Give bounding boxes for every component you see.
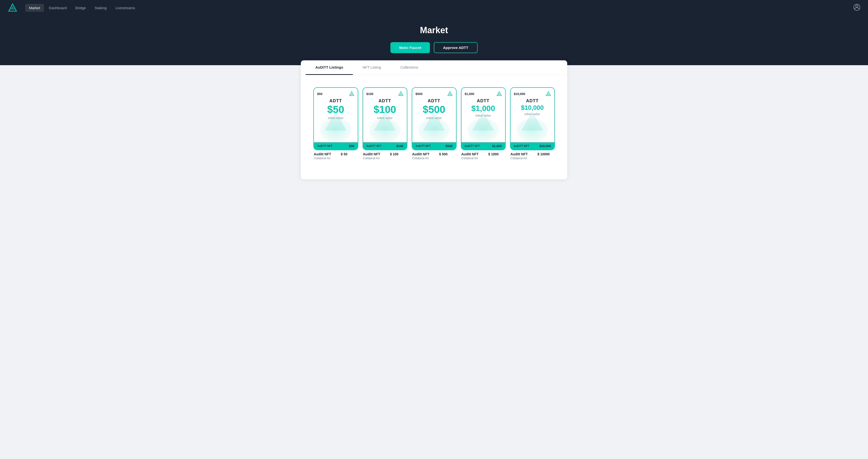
card-logo-icon <box>349 91 354 96</box>
main-content: AuDiTT Listings NFT Listing Collections … <box>301 60 567 179</box>
card-footer-value: $10,000 <box>539 144 551 148</box>
card-footer: AuDiTT NFT $50 <box>314 142 358 150</box>
nav-bridge[interactable]: Bridge <box>71 4 90 12</box>
nft-info: Auditt NFT $ 1000 Collateral Art <box>461 152 499 160</box>
card-footer-label: AuDiTT NFT <box>415 145 431 147</box>
nft-card-wrap[interactable]: $100 ADTT $100 token value AuDiTT <box>363 87 407 160</box>
card-top-row: $10,000 <box>514 91 551 96</box>
hero-section: Market Matic Faucet Approve ADTT <box>0 16 868 65</box>
nft-info-row: Auditt NFT $ 100 <box>363 152 399 156</box>
card-amount: $50 <box>317 105 354 115</box>
card-top-row: $500 <box>415 91 453 96</box>
nft-category: Collateral Art <box>314 156 347 160</box>
card-footer: AuDiTT NFT $10,000 <box>510 142 554 150</box>
tab-nft-listing[interactable]: NFT Listing <box>353 60 391 75</box>
nft-price: $ 50 <box>341 152 347 156</box>
nft-card-wrap[interactable]: $1,000 ADTT $1,000 token value AuD <box>461 87 506 160</box>
logo[interactable] <box>8 3 18 12</box>
card-dollar-label: $1,000 <box>465 92 474 96</box>
nft-price: $ 1000 <box>488 152 499 156</box>
nft-category: Collateral Art <box>363 156 399 160</box>
navbar: Market Dashboard Bridge Staking Livestre… <box>0 0 868 16</box>
card-title: ADTT <box>514 98 551 104</box>
hero-buttons: Matic Faucet Approve ADTT <box>0 42 868 53</box>
card-footer: AuDiTT NFT $1,000 <box>461 142 505 150</box>
nft-info: Auditt NFT $ 50 Collateral Art <box>313 152 348 160</box>
nav-staking[interactable]: Staking <box>91 4 111 12</box>
card-amount: $10,000 <box>514 105 551 111</box>
card-footer: AuDiTT NFT $100 <box>363 142 407 150</box>
nft-name: Auditt NFT <box>412 152 430 156</box>
card-logo-icon <box>546 91 551 96</box>
nft-info-row: Auditt NFT $ 10000 <box>510 152 550 156</box>
card-logo-icon <box>496 91 502 96</box>
nft-price: $ 500 <box>439 152 447 156</box>
nft-card-wrap[interactable]: $10,000 ADTT $10,000 token value A <box>510 87 555 160</box>
card-subtitle: token value <box>415 116 453 120</box>
logo-icon <box>8 3 18 12</box>
card-footer-label: AuDiTT NFT <box>366 145 382 147</box>
matic-faucet-button[interactable]: Matic Faucet <box>391 42 430 53</box>
cards-grid: $50 ADTT $50 token value AuDiTT NF <box>301 75 567 165</box>
nft-price: $ 100 <box>390 152 398 156</box>
tabs: AuDiTT Listings NFT Listing Collections <box>301 60 567 75</box>
card-dollar-label: $500 <box>415 92 423 96</box>
card-top-row: $50 <box>317 91 354 96</box>
card-dollar-label: $10,000 <box>514 92 525 96</box>
card-footer-label: AuDiTT NFT <box>317 145 333 147</box>
nav-dashboard[interactable]: Dashboard <box>45 4 70 12</box>
approve-adtt-button[interactable]: Approve ADTT <box>434 42 477 53</box>
page-title: Market <box>0 25 868 35</box>
nft-price: $ 10000 <box>537 152 550 156</box>
card-subtitle: token value <box>465 114 502 118</box>
card-amount: $500 <box>415 105 453 115</box>
card-title: ADTT <box>366 98 403 104</box>
card-footer-value: $500 <box>445 144 453 148</box>
nft-info: Auditt NFT $ 100 Collateral Art <box>363 152 399 160</box>
card-title: ADTT <box>465 98 502 104</box>
card-amount: $1,000 <box>465 105 502 112</box>
nft-category: Collateral Art <box>461 156 499 160</box>
nft-card-wrap[interactable]: $50 ADTT $50 token value AuDiTT NF <box>313 87 358 160</box>
nft-info-row: Auditt NFT $ 1000 <box>461 152 499 156</box>
nft-card[interactable]: $10,000 ADTT $10,000 token value A <box>510 87 555 150</box>
nav-links: Market Dashboard Bridge Staking Livestre… <box>25 4 854 12</box>
card-top-row: $1,000 <box>465 91 502 96</box>
card-logo-icon <box>447 91 453 96</box>
nft-card[interactable]: $100 ADTT $100 token value AuDiTT <box>363 87 407 150</box>
nav-livestreams[interactable]: Livestreams <box>112 4 139 12</box>
nft-card[interactable]: $1,000 ADTT $1,000 token value AuD <box>461 87 506 150</box>
nft-name: Auditt NFT <box>363 152 380 156</box>
nft-card[interactable]: $500 ADTT $500 token value AuDiTT <box>412 87 457 150</box>
card-amount: $100 <box>366 105 403 115</box>
card-subtitle: token value <box>514 112 551 116</box>
card-title: ADTT <box>415 98 453 104</box>
card-watermark <box>471 110 495 132</box>
card-dollar-label: $50 <box>317 92 322 96</box>
svg-point-2 <box>856 5 858 7</box>
card-footer-value: $50 <box>349 144 354 148</box>
nft-name: Auditt NFT <box>461 152 479 156</box>
nft-info-row: Auditt NFT $ 500 <box>412 152 448 156</box>
nft-category: Collateral Art <box>510 156 550 160</box>
card-top-row: $100 <box>366 91 403 96</box>
card-footer-label: AuDiTT NFT <box>514 145 529 147</box>
card-footer-label: AuDiTT NFT <box>465 145 480 147</box>
user-account-button[interactable] <box>854 4 860 11</box>
nft-info: Auditt NFT $ 500 Collateral Art <box>412 152 448 160</box>
nav-market[interactable]: Market <box>25 4 44 12</box>
nft-category: Collateral Art <box>412 156 448 160</box>
card-footer-value: $100 <box>397 144 403 148</box>
card-subtitle: token value <box>317 116 354 120</box>
card-dollar-label: $100 <box>366 92 373 96</box>
card-footer: AuDiTT NFT $500 <box>412 142 456 150</box>
card-title: ADTT <box>317 98 354 104</box>
tab-collections[interactable]: Collections <box>391 60 428 75</box>
tab-auditt-listings[interactable]: AuDiTT Listings <box>306 60 353 75</box>
nft-info-row: Auditt NFT $ 50 <box>314 152 347 156</box>
card-footer-value: $1,000 <box>492 144 502 148</box>
nft-card-wrap[interactable]: $500 ADTT $500 token value AuDiTT <box>412 87 457 160</box>
card-logo-icon <box>398 91 403 96</box>
nft-card[interactable]: $50 ADTT $50 token value AuDiTT NF <box>313 87 358 150</box>
card-subtitle: token value <box>366 116 403 120</box>
